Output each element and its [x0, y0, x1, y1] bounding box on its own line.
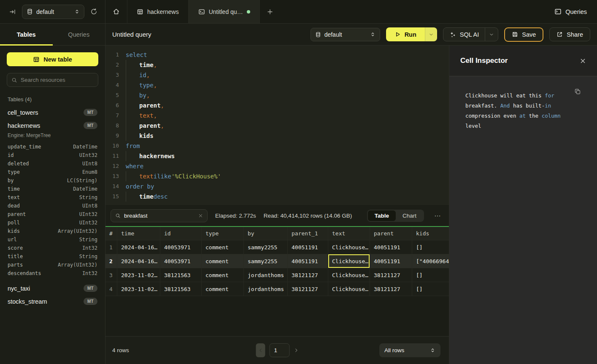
table-cell[interactable]: 40051191: [370, 240, 412, 254]
column-header[interactable]: type: [202, 227, 244, 240]
editor-line: 15time desc: [105, 191, 449, 202]
column-header[interactable]: parent_1: [288, 227, 328, 240]
table-cell[interactable]: 40051191: [288, 254, 328, 268]
new-table-icon: [33, 56, 40, 63]
highlighted-keyword: column: [542, 113, 561, 119]
collapse-sidebar-icon[interactable]: [8, 7, 18, 17]
table-cell[interactable]: 38121127: [370, 268, 412, 282]
table-cell[interactable]: 2023-11-02…: [117, 268, 160, 282]
hackernews-schema: update_timeDateTimeidUInt32deletedUInt8t…: [8, 143, 97, 278]
sidebar-table-stocks-stream[interactable]: stocks_stream MT: [7, 295, 98, 308]
sidebar-table-cell-towers[interactable]: cell_towers MT: [7, 106, 98, 119]
table-cell[interactable]: 2023-11-02…: [117, 282, 160, 296]
table-cell[interactable]: Clickhouse…: [328, 268, 370, 282]
sql-ai-button[interactable]: SQL AI: [443, 31, 485, 38]
table-cell[interactable]: comment: [202, 240, 244, 254]
table-cell[interactable]: 2024-04-16…: [117, 254, 160, 268]
table-cell[interactable]: 40051191: [370, 254, 412, 268]
table-cell[interactable]: 38121127: [370, 282, 412, 296]
column-header[interactable]: id: [160, 227, 202, 240]
run-options-button[interactable]: [425, 27, 437, 41]
sidebar-tab-tables[interactable]: Tables: [0, 24, 53, 45]
database-select[interactable]: default: [22, 5, 84, 19]
table-cell[interactable]: Clickhouse…: [328, 240, 370, 254]
new-table-button[interactable]: New table: [7, 52, 98, 66]
clear-icon[interactable]: [198, 213, 203, 218]
view-toggle-chart[interactable]: Chart: [396, 210, 423, 221]
table-cell[interactable]: comment: [202, 282, 244, 296]
share-button[interactable]: Share: [549, 27, 590, 41]
editor-line: 2time,: [105, 60, 449, 70]
column-header[interactable]: time: [117, 227, 160, 240]
page-size-select[interactable]: All rows: [379, 343, 440, 357]
resource-search-input[interactable]: [21, 77, 94, 83]
run-button[interactable]: Run: [386, 27, 425, 41]
next-page-button[interactable]: [294, 348, 299, 353]
column-name: update_time: [8, 143, 41, 151]
tab-label: Untitled qu…: [209, 8, 243, 15]
column-header[interactable]: by: [244, 227, 288, 240]
table-cell[interactable]: []: [412, 268, 449, 282]
line-number: 1: [105, 50, 119, 60]
tab-hackernews[interactable]: hackernews: [127, 0, 189, 23]
table-name: nyc_taxi: [8, 285, 30, 292]
table-cell[interactable]: 38121563: [160, 268, 202, 282]
query-database-select[interactable]: default: [311, 28, 380, 41]
sidebar-table-hackernews[interactable]: hackernews MT: [7, 119, 98, 132]
editor-line: 4type,: [105, 80, 449, 90]
table-cell[interactable]: ["40066964…: [412, 254, 449, 268]
table-cell[interactable]: 40053971: [160, 240, 202, 254]
queries-button[interactable]: Queries: [554, 8, 587, 15]
sql-editor[interactable]: 1select2time,3id,4type,5by,6parent,7text…: [105, 46, 449, 205]
close-icon[interactable]: [580, 58, 586, 64]
column-header[interactable]: text: [328, 227, 370, 240]
column-type: String: [79, 235, 97, 244]
refresh-icon[interactable]: [89, 6, 99, 17]
table-cell[interactable]: sammy2255: [244, 254, 288, 268]
table-cell[interactable]: Clickhouse…: [328, 254, 370, 268]
sql-ai-options-button[interactable]: [485, 28, 498, 41]
table-cell[interactable]: jordanthoms: [244, 282, 288, 296]
ellipsis-icon[interactable]: …: [432, 210, 444, 221]
table-cell[interactable]: []: [412, 282, 449, 296]
page-number-input[interactable]: [270, 343, 290, 357]
sidebar-table-nyc-taxi[interactable]: nyc_taxi MT: [7, 282, 98, 295]
indent-guide: [126, 151, 139, 161]
table-cell[interactable]: 2: [105, 254, 117, 268]
table-cell[interactable]: 3: [105, 268, 117, 282]
copy-icon[interactable]: [574, 88, 581, 95]
table-cell[interactable]: comment: [202, 268, 244, 282]
tab-untitled-query[interactable]: Untitled qu…: [189, 0, 260, 23]
table-cell[interactable]: 38121127: [288, 268, 328, 282]
table-cell[interactable]: 2024-04-16…: [117, 240, 160, 254]
column-header[interactable]: parent: [370, 227, 412, 240]
table-cell[interactable]: []: [412, 240, 449, 254]
table-cell[interactable]: jordanthoms: [244, 268, 288, 282]
save-button[interactable]: Save: [504, 27, 543, 42]
table-cell[interactable]: 40051191: [288, 240, 328, 254]
table-cell[interactable]: 38121563: [160, 282, 202, 296]
table-cell[interactable]: Clickhouse…: [328, 282, 370, 296]
line-number: 6: [105, 100, 119, 111]
table-cell[interactable]: 38121127: [288, 282, 328, 296]
results-search-input[interactable]: [124, 213, 195, 219]
tab-home[interactable]: [105, 0, 127, 23]
code-token: type: [139, 80, 154, 90]
sidebar-tab-queries[interactable]: Queries: [53, 24, 105, 45]
highlighted-keyword: at: [519, 113, 526, 119]
updown-icon: [370, 32, 375, 37]
column-header[interactable]: kids: [412, 227, 449, 240]
new-tab-button[interactable]: [260, 0, 280, 23]
table-cell[interactable]: 40053971: [160, 254, 202, 268]
table-cell[interactable]: 4: [105, 282, 117, 296]
table-cell[interactable]: sammy2255: [244, 240, 288, 254]
prev-page-button[interactable]: [256, 343, 265, 357]
table-row: 42023-11-02…38121563commentjordanthoms38…: [105, 282, 449, 296]
table-cell[interactable]: comment: [202, 254, 244, 268]
view-toggle-table[interactable]: Table: [368, 210, 396, 221]
engine-badge: MT: [84, 298, 97, 305]
terminal-icon: [198, 8, 205, 15]
table-name: stocks_stream: [8, 298, 47, 305]
table-cell[interactable]: 1: [105, 240, 117, 254]
column-header[interactable]: #: [105, 227, 117, 240]
